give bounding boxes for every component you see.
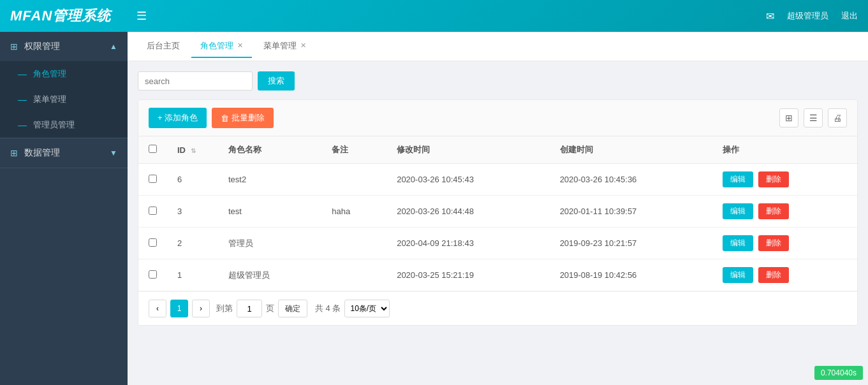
row-checkbox-cell — [138, 259, 167, 291]
search-bar: 搜索 — [138, 71, 858, 91]
header-create-time-col: 创建时间 — [550, 136, 712, 164]
delete-button[interactable]: 删除 — [758, 235, 789, 251]
sidebar-item-label: 角色管理 — [33, 68, 66, 80]
header-modify-time-col: 修改时间 — [386, 136, 549, 164]
delete-button[interactable]: 删除 — [758, 203, 789, 219]
row-actions: 编辑 删除 — [712, 164, 857, 196]
row-id: 2 — [167, 228, 218, 259]
tab-menu[interactable]: 菜单管理 ✕ — [254, 35, 315, 58]
dash-icon: — — [18, 69, 27, 79]
row-checkbox[interactable] — [149, 270, 157, 279]
goto-label: 到第 — [216, 303, 233, 314]
row-modify-time: 2020-03-25 15:21:19 — [386, 259, 549, 291]
table-header-row: ID ⇅ 角色名称 备注 修改时间 创建时间 操作 — [138, 136, 857, 164]
tabs-bar: 后台主页 角色管理 ✕ 菜单管理 ✕ — [128, 32, 868, 61]
logout-button[interactable]: 退出 — [841, 10, 858, 22]
row-checkbox[interactable] — [149, 207, 157, 215]
menu-toggle-icon[interactable]: ☰ — [136, 9, 147, 23]
sidebar-item-label: 菜单管理 — [33, 94, 66, 105]
tab-home[interactable]: 后台主页 — [138, 35, 189, 58]
row-remark: haha — [321, 196, 386, 228]
tab-role-label: 角色管理 — [200, 40, 233, 52]
prev-page-button[interactable]: ‹ — [149, 300, 166, 317]
table-row: 2 管理员 2020-04-09 21:18:43 2019-09-23 10:… — [138, 228, 857, 259]
row-modify-time: 2020-04-09 21:18:43 — [386, 228, 549, 259]
header: MFAN管理系统 ☰ ✉ 超级管理员 退出 — [0, 0, 868, 32]
row-modify-time: 2020-03-26 10:45:43 — [386, 164, 549, 196]
page-1-button[interactable]: 1 — [170, 300, 188, 317]
edit-button[interactable]: 编辑 — [723, 203, 753, 219]
header-id-col: ID ⇅ — [167, 136, 218, 164]
print-button[interactable]: 🖨 — [828, 108, 847, 127]
sidebar-item-admin-management[interactable]: — 管理员管理 — [0, 112, 128, 138]
batch-delete-button[interactable]: 🗑 批量删除 — [212, 108, 274, 128]
row-name: 超级管理员 — [218, 259, 321, 291]
row-checkbox-cell — [138, 196, 167, 228]
row-create-time: 2019-09-23 10:21:57 — [550, 228, 712, 259]
row-actions: 编辑 删除 — [712, 259, 857, 291]
search-input[interactable] — [138, 71, 253, 91]
tab-role-close[interactable]: ✕ — [237, 41, 243, 50]
page-body: 搜索 + 添加角色 🗑 批量删除 ⊞ ☰ 🖨 — [128, 61, 868, 385]
header-username: 超级管理员 — [787, 10, 828, 22]
add-role-button[interactable]: + 添加角色 — [149, 108, 207, 128]
table-row: 3 test haha 2020-03-26 10:44:48 2020-01-… — [138, 196, 857, 228]
row-name: 管理员 — [218, 228, 321, 259]
row-checkbox[interactable] — [149, 175, 157, 183]
edit-button[interactable]: 编辑 — [723, 235, 753, 251]
table-body: 6 test2 2020-03-26 10:45:43 2020-03-26 1… — [138, 164, 857, 291]
row-name: test — [218, 196, 321, 228]
row-checkbox[interactable] — [149, 238, 157, 247]
data-table: ID ⇅ 角色名称 备注 修改时间 创建时间 操作 — [138, 136, 857, 291]
sidebar-item-role-management[interactable]: — 角色管理 — [0, 61, 128, 87]
id-sort-icon[interactable]: ⇅ — [191, 147, 196, 154]
edit-button[interactable]: 编辑 — [723, 171, 753, 187]
performance-indicator: 0.704040s — [814, 366, 863, 380]
sidebar-group-data-header[interactable]: ⊞ 数据管理 — [0, 138, 128, 168]
header-right: ✉ 超级管理员 退出 — [766, 10, 858, 22]
goto-confirm-button[interactable]: 确定 — [278, 300, 307, 317]
delete-button[interactable]: 删除 — [758, 171, 789, 187]
data-group-arrow — [110, 149, 117, 157]
tab-role[interactable]: 角色管理 ✕ — [191, 35, 252, 58]
table-row: 1 超级管理员 2020-03-25 15:21:19 2019-08-19 1… — [138, 259, 857, 291]
header-checkbox-col — [138, 136, 167, 164]
logo: MFAN管理系统 — [10, 6, 111, 25]
table-row: 6 test2 2020-03-26 10:45:43 2020-03-26 1… — [138, 164, 857, 196]
tab-menu-close[interactable]: ✕ — [300, 41, 306, 50]
grid-view-button[interactable]: ⊞ — [779, 108, 798, 127]
page-size-select[interactable]: 10条/页20条/页50条/页 — [344, 300, 390, 317]
delete-button[interactable]: 删除 — [758, 267, 789, 283]
trash-icon: 🗑 — [221, 113, 229, 123]
page-unit: 页 — [266, 303, 274, 314]
edit-button[interactable]: 编辑 — [723, 267, 753, 283]
header-remark-col: 备注 — [321, 136, 386, 164]
permission-group-label: 权限管理 — [24, 41, 60, 52]
row-id: 1 — [167, 259, 218, 291]
select-all-checkbox[interactable] — [149, 145, 157, 153]
row-modify-time: 2020-03-26 10:44:48 — [386, 196, 549, 228]
data-group-label: 数据管理 — [24, 147, 60, 159]
row-create-time: 2020-03-26 10:45:36 — [550, 164, 712, 196]
search-button[interactable]: 搜索 — [258, 71, 295, 91]
sidebar-group-permission-header[interactable]: ⊞ 权限管理 — [0, 32, 128, 61]
header-action-col: 操作 — [712, 136, 857, 164]
goto-input[interactable] — [237, 300, 262, 317]
header-name-col: 角色名称 — [218, 136, 321, 164]
total-info: 共 4 条 — [315, 303, 341, 314]
data-group-icon: ⊞ — [10, 148, 18, 158]
permission-group-arrow — [110, 42, 117, 51]
row-actions: 编辑 删除 — [712, 228, 857, 259]
row-id: 6 — [167, 164, 218, 196]
pagination: ‹ 1 › 到第 页 确定 共 4 条 10条/页20条/页50条/页 — [138, 291, 857, 325]
row-remark — [321, 164, 386, 196]
sidebar-group-permission: ⊞ 权限管理 — 角色管理 — 菜单管理 — 管理员管理 — [0, 32, 128, 138]
list-view-button[interactable]: ☰ — [804, 108, 823, 127]
sidebar-item-label: 管理员管理 — [33, 119, 75, 131]
row-id: 3 — [167, 196, 218, 228]
row-actions: 编辑 删除 — [712, 196, 857, 228]
next-page-button[interactable]: › — [192, 300, 210, 317]
dash-icon: — — [18, 94, 27, 105]
sidebar-item-menu-management[interactable]: — 菜单管理 — [0, 87, 128, 112]
tab-home-label: 后台主页 — [147, 40, 180, 52]
